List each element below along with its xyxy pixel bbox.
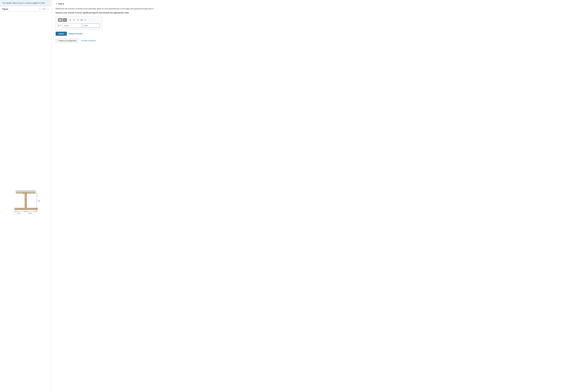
return-button[interactable]: ‹ Return to Assignment <box>56 38 78 43</box>
express-text: Express your answer to three significant… <box>56 11 577 14</box>
input-label: IA = <box>58 24 61 27</box>
svg-rect-34 <box>59 20 60 21</box>
svg-text:1.5 ft: 1.5 ft <box>28 212 32 214</box>
figure-prev-btn[interactable]: < <box>39 8 41 10</box>
svg-point-7 <box>25 190 26 191</box>
svg-point-10 <box>30 191 31 192</box>
figure-header: Figure < 1 of 1 > <box>2 8 49 11</box>
figure-nav: < 1 of 1 > <box>39 8 49 10</box>
svg-text:A: A <box>23 192 24 194</box>
figure-section: Figure < 1 of 1 > <box>0 6 51 392</box>
help-btn[interactable]: ? <box>84 19 87 21</box>
input-row: IA = <box>58 23 100 28</box>
buttons-row: Submit Request Answer <box>56 32 577 36</box>
provide-feedback-link[interactable]: Provide Feedback <box>81 39 96 42</box>
figure-title: Figure <box>2 8 8 10</box>
text-format-label: IA <box>64 19 66 21</box>
left-panel: The slender rods in (Figure 1) have a we… <box>0 0 52 392</box>
return-label: Return to Assignment <box>59 39 76 42</box>
svg-marker-30 <box>36 211 36 212</box>
problem-statement: The slender rods in (Figure 1) have a we… <box>0 0 51 6</box>
figure-next-btn[interactable]: > <box>47 8 49 10</box>
toolbar: IA ↺ ↻ ↺ ? <box>58 18 100 22</box>
figure-page-label: 1 of 1 <box>42 8 46 10</box>
svg-rect-33 <box>59 19 60 20</box>
svg-point-3 <box>19 190 19 191</box>
svg-point-11 <box>32 190 33 191</box>
question-text: Determine the moment of inertia of the a… <box>56 7 577 10</box>
text-format-btn[interactable]: IA <box>63 18 67 22</box>
svg-rect-16 <box>14 208 38 210</box>
undo-btn[interactable]: ↺ <box>69 18 72 21</box>
svg-marker-29 <box>26 211 28 212</box>
redo-btn[interactable]: ↻ <box>72 18 76 21</box>
svg-rect-15 <box>25 193 27 208</box>
svg-text:1.5 ft: 1.5 ft <box>17 212 20 214</box>
figure-svg: A 2 ft 1.5 ft <box>6 186 45 217</box>
svg-point-6 <box>24 191 24 192</box>
figure-image-area: A 2 ft 1.5 ft <box>2 13 49 391</box>
right-panel: ▼ Part A Determine the moment of inertia… <box>52 0 581 392</box>
svg-rect-36 <box>60 20 62 21</box>
part-header: ▼ Part A <box>56 3 577 5</box>
formula-btn[interactable] <box>58 18 62 22</box>
reset-btn[interactable]: ↺ <box>76 18 80 21</box>
svg-point-9 <box>29 191 29 191</box>
svg-rect-35 <box>60 19 62 20</box>
part-label: Part A <box>58 3 64 5</box>
svg-marker-25 <box>24 211 25 212</box>
svg-point-2 <box>17 191 18 192</box>
svg-text:2 ft: 2 ft <box>38 200 40 202</box>
answer-box: IA ↺ ↻ ↺ ? <box>56 16 102 29</box>
svg-point-4 <box>20 191 21 192</box>
part-arrow: ▼ <box>56 3 57 5</box>
svg-point-12 <box>34 191 34 192</box>
svg-marker-24 <box>15 211 16 212</box>
svg-point-8 <box>27 191 28 192</box>
request-answer-link[interactable]: Request Answer <box>69 33 83 35</box>
problem-text: The slender rods in (Figure 1) have a we… <box>2 2 45 4</box>
return-arrow-icon: ‹ <box>58 39 58 42</box>
keyboard-btn[interactable] <box>80 19 84 21</box>
svg-point-5 <box>22 191 23 191</box>
svg-rect-37 <box>81 19 83 21</box>
units-input[interactable] <box>82 23 100 28</box>
value-input[interactable] <box>62 23 82 28</box>
submit-button[interactable]: Submit <box>56 32 67 36</box>
figure-link[interactable]: Figure 1 <box>19 2 26 4</box>
bottom-row: ‹ Return to Assignment Provide Feedback <box>56 38 577 43</box>
